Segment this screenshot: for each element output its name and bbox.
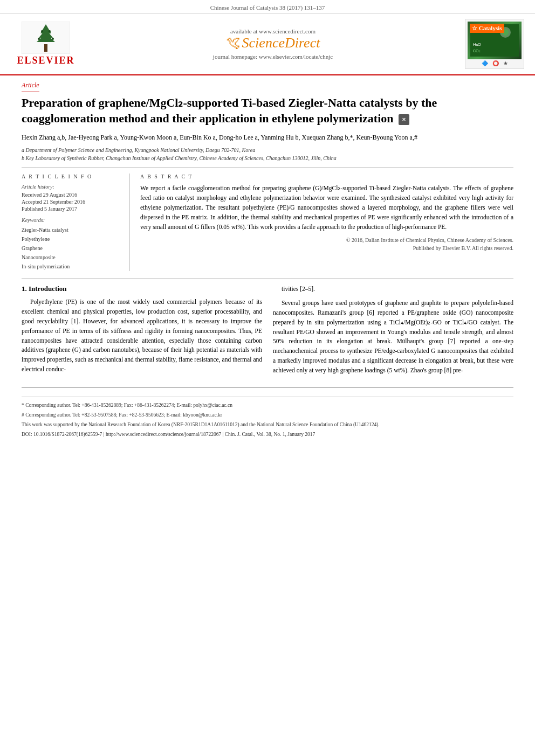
affiliation-a: a Department of Polymer Science and Engi… — [22, 146, 513, 154]
introduction-title: 1. Introduction — [22, 285, 262, 293]
footer-section: * Corresponding author. Tel: +86-431-852… — [22, 387, 513, 439]
article-title-text: Preparation of graphene/MgCl₂-supported … — [22, 96, 437, 125]
affiliation-b: b Key Laboratory of Synthetic Rubber, Ch… — [22, 154, 513, 162]
journal-name: Chinese Journal of Catalysis 38 (2017) 1… — [210, 4, 325, 11]
svg-text:H₂O: H₂O — [473, 42, 481, 47]
keywords-label: Keywords: — [22, 217, 121, 223]
rsc-star-icon: ★ — [503, 60, 508, 66]
journal-logos-section: ELSEVIER available at www.sciencedirect.… — [0, 13, 535, 75]
catalysis-image: ☆ Catalysis H₂O CO₂ — [468, 22, 522, 59]
intro-body-right: tivities [2–5]. Several groups have used… — [273, 285, 513, 375]
published-date: Published 5 January 2017 — [22, 206, 121, 212]
journal-homepage-text: journal homepage: www.elsevier.com/locat… — [213, 53, 333, 60]
abstract-text: We report a facile coagglomeration metho… — [140, 184, 513, 232]
corresponding-author-1: * Corresponding author. Tel: +86-431-852… — [22, 401, 513, 410]
page-wrapper: Chinese Journal of Catalysis 38 (2017) 1… — [0, 0, 535, 451]
catalysis-logo: ☆ Catalysis H₂O CO₂ 🔷 ⭕ ★ — [465, 19, 524, 69]
doi-info: DOI: 10.1016/S1872-2067(16)62559-7 | htt… — [22, 431, 513, 439]
svg-point-5 — [41, 30, 43, 32]
article-title: Preparation of graphene/MgCl₂-supported … — [22, 95, 513, 126]
sciencedirect-label: ScienceDirect — [242, 35, 320, 51]
main-content-section: 1. Introduction Polyethylene (PE) is one… — [22, 279, 513, 379]
article-info-column: A R T I C L E I N F O Article history: R… — [22, 174, 129, 271]
intro-body-left: Polyethylene (PE) is one of the most wid… — [22, 297, 262, 374]
elsevier-label: ELSEVIER — [17, 55, 74, 66]
copyright-text: © 2016, Dalian Institute of Chemical Phy… — [346, 237, 513, 243]
received-date: Received 29 August 2016 — [22, 192, 121, 198]
section-title-text: Introduction — [29, 285, 67, 293]
svg-point-8 — [52, 38, 54, 40]
elsevier-tree-icon — [22, 22, 70, 54]
authors-text: Hexin Zhang a,b, Jae-Hyeong Park a, Youn… — [22, 134, 417, 141]
keyword-4: Nanocomposite — [22, 253, 121, 262]
elsevier-logo: ELSEVIER — [11, 22, 81, 66]
sciencedirect-section: available at www.sciencedirect.com 🕊 Sci… — [81, 28, 465, 60]
keyword-1: Ziegler-Natta catalyst — [22, 225, 121, 234]
keyword-5: In-situ polymerization — [22, 262, 121, 271]
abstract-column: A B S T R A C T We report a facile coagg… — [140, 174, 513, 271]
published-by-text: Published by Elsevier B.V. All rights re… — [413, 245, 513, 251]
article-type-label: Article — [22, 81, 39, 92]
keyword-2: Polyethylene — [22, 234, 121, 244]
main-left-column: 1. Introduction Polyethylene (PE) is one… — [22, 285, 262, 379]
journal-header-bar: Chinese Journal of Catalysis 38 (2017) 1… — [0, 0, 535, 13]
funding-info: This work was supported by the National … — [22, 421, 513, 429]
svg-text:CO₂: CO₂ — [473, 49, 481, 53]
article-body: Article Preparation of graphene/MgCl₂-su… — [0, 75, 535, 451]
svg-point-6 — [49, 30, 51, 32]
sd-icon-row: 🕊 ScienceDirect — [226, 34, 320, 51]
footer-divider — [22, 397, 513, 397]
sciencedirect-logo: available at www.sciencedirect.com 🕊 Sci… — [81, 28, 465, 60]
accepted-date: Accepted 21 September 2016 — [22, 199, 121, 205]
article-history-label: Article history: — [22, 184, 121, 190]
abstract-heading: A B S T R A C T — [140, 174, 513, 179]
keyword-3: Graphene — [22, 244, 121, 253]
available-at-text: available at www.sciencedirect.com — [230, 28, 315, 34]
svg-rect-1 — [44, 44, 47, 52]
sciencedirect-bird-icon: 🕊 — [226, 34, 240, 51]
svg-point-7 — [38, 38, 40, 40]
main-right-column: tivities [2–5]. Several groups have used… — [273, 285, 513, 379]
copyright-section: © 2016, Dalian Institute of Chemical Phy… — [140, 236, 513, 252]
intro-continuation: tivities [2–5]. — [273, 285, 513, 294]
intro-paragraph-2: Several groups have used prototypes of g… — [273, 299, 513, 376]
catalysis-bottom-icons: 🔷 ⭕ ★ — [468, 60, 522, 66]
keywords-section: Keywords: Ziegler-Natta catalyst Polyeth… — [22, 217, 121, 271]
crossmark-icon: ✕ — [399, 114, 409, 125]
authors-section: Hexin Zhang a,b, Jae-Hyeong Park a, Youn… — [22, 133, 513, 143]
article-info-abstract-section: A R T I C L E I N F O Article history: R… — [22, 168, 513, 271]
corresponding-author-2: # Corresponding author. Tel: +82-53-9507… — [22, 411, 513, 419]
article-info-heading: A R T I C L E I N F O — [22, 174, 121, 179]
abstract-paragraph: We report a facile coagglomeration metho… — [140, 184, 513, 232]
rsc-circle-icon: ⭕ — [492, 60, 499, 66]
rsc-icon: 🔷 — [482, 60, 488, 66]
intro-paragraph-1: Polyethylene (PE) is one of the most wid… — [22, 297, 262, 374]
section-number: 1. — [22, 285, 27, 293]
catalysis-badge: ☆ Catalysis — [470, 24, 504, 33]
affiliations-section: a Department of Polymer Science and Engi… — [22, 146, 513, 162]
